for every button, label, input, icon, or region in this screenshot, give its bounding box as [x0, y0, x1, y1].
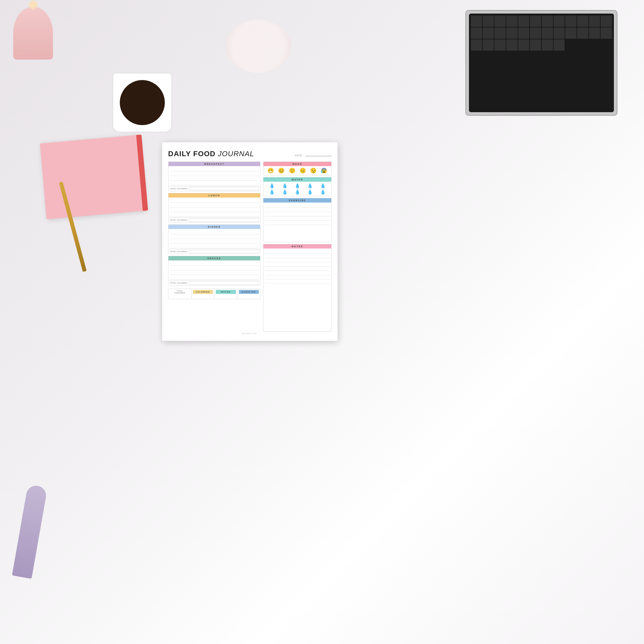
dinner-header: DINNER: [168, 225, 260, 229]
dinner-calories-row: TOTAL CALORIES: [168, 249, 260, 254]
snacks-line-2: [170, 266, 259, 270]
notes-lines: [263, 249, 331, 285]
notes-line-3: [265, 258, 330, 262]
dinner-cal-box[interactable]: [189, 250, 259, 253]
exercise-line-4: [265, 216, 330, 221]
total-consumed-cell: TOTAL CONSUMED: [168, 289, 192, 299]
snacks-cal-box[interactable]: [189, 281, 259, 285]
snacks-header: SNACKS: [168, 256, 260, 260]
coffee-cup-decoration: [113, 73, 172, 132]
breakfast-cal-box[interactable]: [189, 187, 259, 190]
lunch-cal-label: TOTAL CALORIES: [170, 219, 187, 221]
summary-row: TOTAL CONSUMED CALORIES WATER EXERCISE: [168, 289, 260, 299]
breakfast-line-3: [170, 176, 259, 181]
candle-decoration: [13, 7, 53, 60]
notes-line-2: [265, 254, 330, 258]
water-summary-header: WATER: [216, 290, 236, 294]
breakfast-line-1: [170, 167, 259, 171]
breakfast-line-2: [170, 171, 259, 176]
drop-6[interactable]: 💧: [266, 189, 278, 195]
calories-summary-header: CALORIES: [193, 290, 213, 294]
pink-notebook-decoration: [40, 135, 146, 219]
snacks-line-3: [170, 270, 259, 275]
snacks-section: SNACKS TOTAL CALORIES: [168, 256, 260, 286]
calories-summary-cell: CALORIES: [192, 289, 215, 299]
paperclips-decoration: [225, 20, 291, 73]
journal-title: DAILY FOOD JOURNAL: [168, 150, 254, 158]
date-underline: [305, 156, 332, 156]
website-credit: MRSNEAT.NET: [168, 333, 332, 335]
mood-emoji-4[interactable]: 😐: [299, 167, 306, 174]
lunch-line-4: [170, 212, 259, 217]
exercise-section: EXERCISE: [263, 198, 332, 242]
exercise-lines: [263, 203, 331, 226]
dinner-section: DINNER TOTAL CALORIES: [168, 224, 260, 254]
drop-1[interactable]: 💧: [266, 183, 278, 188]
notes-line-6: [265, 271, 330, 275]
exercise-line-3: [265, 212, 330, 216]
dinner-line-4: [170, 244, 259, 248]
drop-5[interactable]: 💧: [317, 183, 329, 188]
notes-section: NOTES: [263, 244, 332, 332]
water-header: WATER: [263, 177, 331, 182]
breakfast-line-4: [170, 181, 259, 185]
mood-emoji-2[interactable]: 😊: [278, 167, 285, 174]
drop-9[interactable]: 💧: [304, 189, 316, 195]
exercise-summary-cell: EXERCISE: [238, 289, 260, 299]
lunch-cal-box[interactable]: [189, 218, 259, 222]
snacks-cal-label: TOTAL CALORIES: [170, 282, 187, 284]
notes-line-1: [265, 250, 330, 254]
date-field: DATE:: [295, 154, 332, 157]
date-label: DATE:: [295, 154, 303, 157]
lunch-header: LUNCH: [168, 193, 260, 198]
drop-10[interactable]: 💧: [317, 189, 329, 195]
notes-header: NOTES: [263, 244, 331, 249]
title-bold: DAILY FOOD: [168, 150, 215, 158]
dinner-lines: [168, 229, 260, 249]
mood-emoji-5[interactable]: 😟: [310, 167, 317, 174]
journal-paper: DAILY FOOD JOURNAL DATE: BREAKFAST TOTAL…: [162, 142, 338, 341]
water-section: WATER 💧 💧 💧 💧 💧 💧 💧 💧 💧 💧: [263, 177, 332, 196]
left-column: BREAKFAST TOTAL CALORIES LUNCH: [168, 161, 260, 332]
journal-body: BREAKFAST TOTAL CALORIES LUNCH: [168, 161, 332, 332]
snacks-lines: [168, 260, 260, 280]
mood-emoji-6[interactable]: 😰: [321, 167, 327, 174]
breakfast-calories-row: TOTAL CALORIES: [168, 186, 260, 191]
right-column: MOOD 😁 😊 🙂 😐 😟 😰 WATER 💧 💧 💧 💧: [263, 161, 332, 332]
water-drops: 💧 💧 💧 💧 💧 💧 💧 💧 💧 💧: [263, 182, 331, 196]
exercise-line-1: [265, 204, 330, 208]
breakfast-section: BREAKFAST TOTAL CALORIES: [168, 161, 260, 191]
drop-3[interactable]: 💧: [292, 183, 303, 188]
laptop-decoration: [465, 10, 618, 116]
dinner-line-2: [170, 234, 259, 239]
water-summary-cell: WATER: [214, 289, 238, 299]
dinner-cal-label: TOTAL CALORIES: [170, 251, 187, 253]
exercise-value-box[interactable]: [239, 294, 259, 298]
lunch-line-3: [170, 207, 259, 212]
drop-2[interactable]: 💧: [279, 183, 291, 188]
drop-8[interactable]: 💧: [292, 189, 303, 195]
dinner-line-3: [170, 239, 259, 244]
drop-7[interactable]: 💧: [279, 189, 291, 195]
mood-emoji-3[interactable]: 🙂: [289, 167, 296, 174]
mood-emojis: 😁 😊 🙂 😐 😟 😰: [263, 166, 331, 175]
calories-value-box[interactable]: [193, 294, 213, 298]
notes-line-7: [265, 275, 330, 280]
notes-line-5: [265, 267, 330, 271]
lunch-line-2: [170, 203, 259, 207]
snacks-line-1: [170, 261, 259, 266]
dinner-line-1: [170, 230, 259, 234]
lunch-lines: [168, 198, 260, 217]
exercise-line-2: [265, 208, 330, 212]
snacks-calories-row: TOTAL CALORIES: [168, 280, 260, 285]
mood-emoji-1[interactable]: 😁: [267, 167, 274, 174]
breakfast-header: BREAKFAST: [168, 162, 260, 166]
drop-4[interactable]: 💧: [304, 183, 316, 188]
title-thin: JOURNAL: [218, 150, 254, 158]
mood-section: MOOD 😁 😊 🙂 😐 😟 😰: [263, 161, 332, 175]
lunch-line-1: [170, 198, 259, 203]
water-value-box[interactable]: [216, 294, 236, 298]
exercise-line-5: [265, 221, 330, 225]
snacks-line-4: [170, 275, 259, 280]
exercise-header: EXERCISE: [263, 198, 331, 203]
